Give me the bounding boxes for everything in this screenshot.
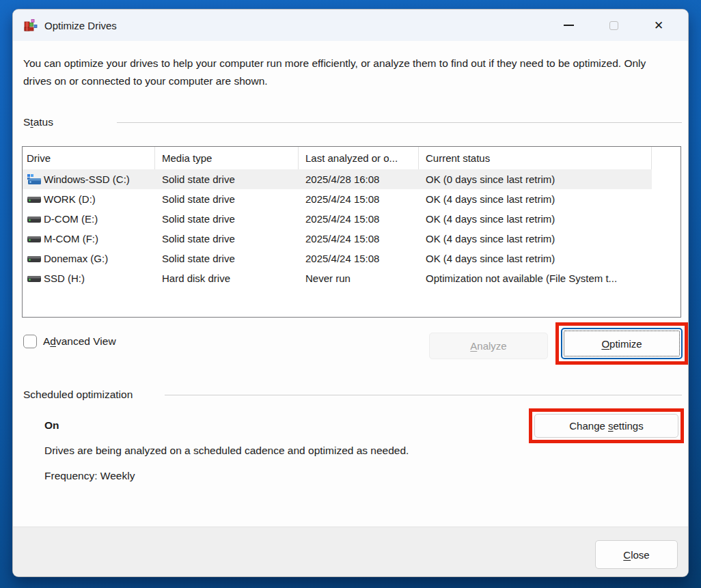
dialog-content: You can optimize your drives to help you… <box>13 41 688 527</box>
table-header: Drive Media type Last analyzed or o... C… <box>23 147 681 169</box>
close-button[interactable]: Close <box>595 540 678 569</box>
table-row-windows-ssd-c[interactable]: Windows-SSD (C:) Solid state drive 2025/… <box>23 169 681 189</box>
drive-table: Drive Media type Last analyzed or o... C… <box>22 146 681 318</box>
close-icon[interactable]: ✕ <box>636 10 681 41</box>
advanced-view-label: Advanced View <box>43 335 116 348</box>
drive-name: WORK (D:) <box>44 193 96 205</box>
last-analyzed-cell: 2025/4/24 15:08 <box>299 229 419 249</box>
dialog-footer: Close <box>13 527 688 577</box>
table-row-donemax-g[interactable]: Donemax (G:) Solid state drive 2025/4/24… <box>23 249 681 268</box>
window-controls: ✕ <box>546 10 688 41</box>
filler-cell <box>652 169 681 189</box>
scheduled-state: On <box>44 419 59 432</box>
drive-icon <box>27 273 42 284</box>
change-settings-annotation-box: Change settings <box>529 408 684 443</box>
column-header-media-type[interactable]: Media type <box>155 147 299 169</box>
table-row-ssd-h[interactable]: SSD (H:) Hard disk drive Never run Optim… <box>23 268 681 288</box>
window-title: Optimize Drives <box>44 20 117 31</box>
advanced-view-row: Advanced View <box>23 335 116 348</box>
minimize-icon[interactable] <box>546 10 591 41</box>
scheduled-label: Scheduled optimization <box>23 389 165 401</box>
advanced-view-checkbox[interactable] <box>23 335 37 348</box>
optimize-annotation-box: Optimize <box>555 322 688 365</box>
filler-cell <box>652 249 681 268</box>
windows-drive-icon <box>27 174 42 185</box>
desktop-background: Optimize Drives ✕ You can optimize your … <box>0 0 701 588</box>
description-text: You can optimize your drives to help you… <box>23 55 646 90</box>
filler-cell <box>652 229 681 249</box>
table-row-m-com-f[interactable]: M-COM (F:) Solid state drive 2025/4/24 1… <box>23 229 681 249</box>
last-analyzed-cell: 2025/4/24 15:08 <box>299 249 419 268</box>
drive-name: D-COM (E:) <box>44 213 98 225</box>
filler-cell <box>652 268 681 288</box>
table-row-d-com-e[interactable]: D-COM (E:) Solid state drive 2025/4/24 1… <box>23 209 681 229</box>
drive-name-cell: D-COM (E:) <box>23 209 155 229</box>
titlebar: Optimize Drives ✕ <box>13 10 688 41</box>
change-settings-button[interactable]: Change settings <box>534 414 678 438</box>
media-type-cell: Hard disk drive <box>155 268 299 288</box>
media-type-cell: Solid state drive <box>155 209 299 229</box>
drive-name: Donemax (G:) <box>44 253 108 264</box>
scheduled-frequency: Frequency: Weekly <box>44 470 135 482</box>
column-header-current-status[interactable]: Current status <box>419 147 652 169</box>
defrag-app-icon <box>24 18 38 32</box>
drive-icon <box>27 194 42 205</box>
drive-name-cell: SSD (H:) <box>23 268 155 288</box>
scheduled-divider <box>165 395 682 395</box>
last-analyzed-cell: Never run <box>299 268 419 288</box>
media-type-cell: Solid state drive <box>155 189 299 209</box>
drive-name: Windows-SSD (C:) <box>44 173 130 185</box>
filler-cell <box>652 209 681 229</box>
analyze-button: Analyze <box>429 333 548 359</box>
optimize-button[interactable]: Optimize <box>561 328 683 359</box>
optimize-drives-window: Optimize Drives ✕ You can optimize your … <box>12 9 689 577</box>
last-analyzed-cell: 2025/4/24 15:08 <box>299 189 419 209</box>
media-type-cell: Solid state drive <box>155 169 299 189</box>
last-analyzed-cell: 2025/4/24 15:08 <box>299 209 419 229</box>
drive-name: SSD (H:) <box>44 272 85 284</box>
drive-name-cell: Windows-SSD (C:) <box>23 169 155 189</box>
filler-cell <box>652 189 681 209</box>
drive-icon <box>27 214 42 225</box>
current-status-cell: OK (4 days since last retrim) <box>419 229 652 249</box>
current-status-cell: OK (4 days since last retrim) <box>419 249 652 268</box>
current-status-cell: OK (0 days since last retrim) <box>419 169 652 189</box>
current-status-cell: Optimization not available (File System … <box>419 268 652 288</box>
drive-name-cell: Donemax (G:) <box>23 249 155 268</box>
media-type-cell: Solid state drive <box>155 249 299 268</box>
drive-icon <box>27 234 42 244</box>
media-type-cell: Solid state drive <box>155 229 299 249</box>
drive-icon <box>27 253 42 264</box>
scheduled-description: Drives are being analyzed on a scheduled… <box>44 445 409 457</box>
column-header-last-analyzed[interactable]: Last analyzed or o... <box>299 147 419 169</box>
last-analyzed-cell: 2025/4/28 16:08 <box>299 169 419 189</box>
current-status-cell: OK (4 days since last retrim) <box>419 189 652 209</box>
scheduled-section-header: Scheduled optimization <box>23 386 682 404</box>
drive-name-cell: M-COM (F:) <box>23 229 155 249</box>
current-status-cell: OK (4 days since last retrim) <box>419 209 652 229</box>
drive-name-cell: WORK (D:) <box>23 189 155 209</box>
status-section-header: Status <box>23 113 682 131</box>
status-divider <box>117 122 682 123</box>
drive-name: M-COM (F:) <box>44 233 98 244</box>
column-header-filler <box>652 147 681 169</box>
status-label: Status <box>23 116 117 128</box>
column-header-drive[interactable]: Drive <box>23 147 155 169</box>
maximize-icon <box>591 10 636 41</box>
table-row-work-d[interactable]: WORK (D:) Solid state drive 2025/4/24 15… <box>23 189 681 209</box>
